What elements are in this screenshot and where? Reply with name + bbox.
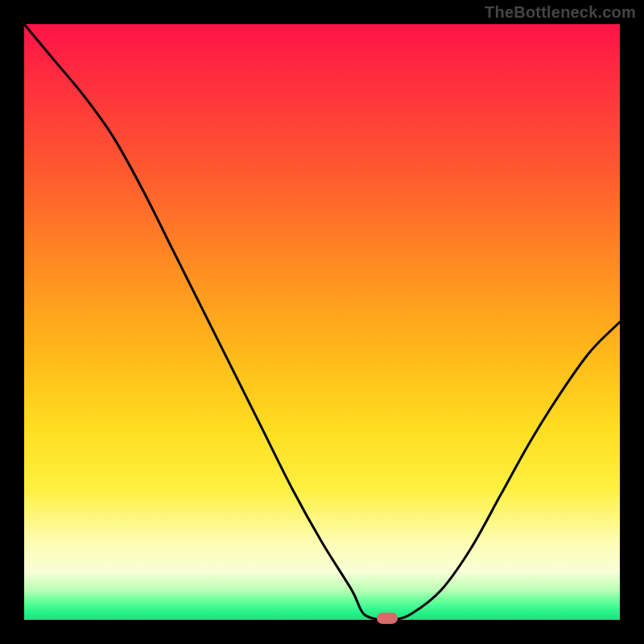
chart-frame: TheBottleneck.com: [0, 0, 644, 644]
watermark-text: TheBottleneck.com: [485, 3, 636, 22]
bottleneck-curve: [24, 24, 620, 620]
curve-path: [24, 24, 620, 620]
plot-area: [24, 24, 620, 620]
optimum-marker: [377, 613, 398, 624]
